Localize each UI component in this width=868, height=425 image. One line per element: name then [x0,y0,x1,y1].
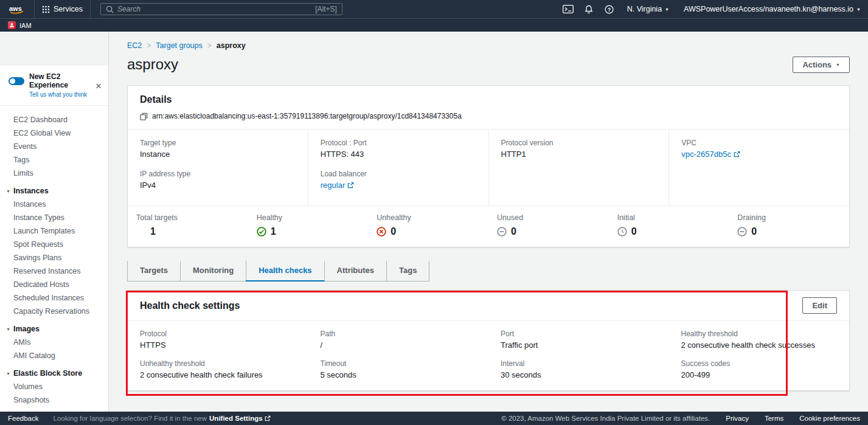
stat-draining: Draining 0 [729,213,849,237]
health-check-section: Health check settings Edit Protocol HTTP… [127,290,850,391]
external-link-icon [734,151,740,157]
health-check-panel: Health check settings Edit Protocol HTTP… [127,290,850,391]
target-status-summary: Total targets 1 Healthy 1 Unhealthy [128,206,849,247]
cloudshell-terminal-icon [563,5,574,13]
search-input[interactable] [117,5,311,13]
top-navigation-bar: aws Services [Alt+S] [0,0,868,18]
sidebar-item-reserved-instances[interactable]: Reserved Instances [0,264,108,278]
sidebar-item-amis[interactable]: AMIs [0,336,108,349]
search-icon [106,5,114,13]
field-hc-path: Path / [308,321,489,352]
close-icon[interactable]: × [95,80,102,91]
privacy-link[interactable]: Privacy [726,415,749,422]
field-hc-healthy-threshold: Healthy threshold 2 consecutive health c… [669,321,850,352]
tab-monitoring[interactable]: Monitoring [180,261,246,281]
feedback-link[interactable]: Feedback [8,415,39,422]
edit-button[interactable]: Edit [802,297,837,314]
chevron-down-icon: ▼ [6,327,10,331]
external-link-icon [347,182,354,188]
terms-link[interactable]: Terms [765,415,783,422]
field-hc-interval: Interval 30 seconds [488,352,669,390]
chevron-down-icon: ▼ [856,7,861,12]
sidebar-section-instances[interactable]: ▼Instances [0,180,108,198]
load-balancer-link[interactable]: regular [321,181,354,190]
details-grid: Target type Instance IP address type IPv… [128,129,849,206]
unified-settings-link[interactable]: Unified Settings [209,415,271,422]
field-target-type: Target type Instance [140,139,296,159]
notifications-button[interactable] [578,0,599,18]
chevron-down-icon: ▼ [6,189,10,193]
sidebar-item-scheduled-instances[interactable]: Scheduled Instances [0,291,108,305]
sidebar-nav: EC2 Dashboard EC2 Global View Events Tag… [0,106,108,407]
tab-attributes[interactable]: Attributes [324,261,386,281]
sidebar-item-capacity-reservations[interactable]: Capacity Reservations [0,305,108,318]
sidebar-item-dedicated-hosts[interactable]: Dedicated Hosts [0,278,108,291]
copy-arn-button[interactable] [140,112,148,120]
field-protocol-port: Protocol : Port HTTPS: 443 [321,139,476,159]
region-selector[interactable]: N. Virginia ▼ [620,0,676,18]
health-check-row-1: Protocol HTTPS Path / Port Traffic port … [128,321,849,352]
field-vpc: VPC vpc-2657db5c [681,139,837,159]
account-label: AWSPowerUserAccess/navaneeth.kn@harness.… [684,5,853,13]
clock-circle-icon [617,227,627,237]
field-hc-timeout: Timeout 5 seconds [308,352,489,390]
tab-health-checks[interactable]: Health checks [246,261,324,281]
cookie-preferences-link[interactable]: Cookie preferences [799,415,860,422]
console-footer: Feedback Looking for language selection?… [0,412,868,425]
sidebar-item-savings-plans[interactable]: Savings Plans [0,251,108,264]
sidebar-section-images[interactable]: ▼Images [0,318,108,336]
sidebar-item-volumes[interactable]: Volumes [0,380,108,393]
breadcrumb-ec2[interactable]: EC2 [127,41,142,50]
sidebar-section-elastic-block-store[interactable]: ▼Elastic Block Store [0,362,108,380]
svg-text:aws: aws [9,5,22,12]
new-experience-toggle[interactable] [9,77,24,85]
bell-icon [585,5,593,14]
external-link-icon [265,415,271,421]
service-name-label[interactable]: IAM [19,22,32,29]
check-circle-icon [257,227,266,237]
minus-circle-icon [737,227,747,237]
tab-targets[interactable]: Targets [127,261,180,281]
breadcrumb-current: asproxy [217,41,246,50]
cloudshell-button[interactable] [558,0,578,18]
sidebar-spacer [0,32,108,66]
svg-text:?: ? [608,6,611,12]
sidebar-item-spot-requests[interactable]: Spot Requests [0,238,108,251]
copy-icon [140,112,148,120]
target-group-arn: arn:aws:elasticloadbalancing:us-east-1:3… [152,112,462,120]
breadcrumb-separator: > [147,41,151,50]
new-experience-feedback-link[interactable]: Tell us what you think [29,91,101,98]
sidebar-item-limits[interactable]: Limits [0,167,108,180]
sidebar-item-tags[interactable]: Tags [0,153,108,167]
sidebar-item-ec2-global-view[interactable]: EC2 Global View [0,126,108,140]
field-hc-success-codes: Success codes 200-499 [669,352,850,390]
chevron-down-icon: ▼ [836,63,840,67]
vpc-link[interactable]: vpc-2657db5c [681,150,740,159]
help-button[interactable]: ? [599,0,620,18]
breadcrumb-target-groups[interactable]: Target groups [156,41,202,50]
services-menu[interactable]: Services [35,0,90,18]
global-search[interactable]: [Alt+S] [100,3,342,15]
ec2-sidebar: New EC2 Experience Tell us what you thin… [0,32,109,412]
stat-unused: Unused 0 [488,213,609,237]
account-menu[interactable]: AWSPowerUserAccess/navaneeth.kn@harness.… [676,0,868,18]
sidebar-item-instances[interactable]: Instances [0,198,108,211]
sidebar-item-ec2-dashboard[interactable]: EC2 Dashboard [0,113,108,126]
aws-logo[interactable]: aws [0,4,34,15]
sidebar-item-instance-types[interactable]: Instance Types [0,211,108,224]
sidebar-item-snapshots[interactable]: Snapshots [0,393,108,407]
sidebar-item-ami-catalog[interactable]: AMI Catalog [0,349,108,362]
actions-button[interactable]: Actions ▼ [793,57,850,73]
divider [90,0,91,18]
tab-tags[interactable]: Tags [386,261,429,281]
iam-service-icon [8,21,16,29]
aws-logo-icon: aws [8,4,26,15]
sidebar-item-events[interactable]: Events [0,140,108,153]
question-circle-icon: ? [605,5,614,14]
field-load-balancer: Load balancer regular [321,170,476,190]
services-label: Services [54,5,83,13]
field-ip-address-type: IP address type IPv4 [140,170,296,190]
sidebar-item-launch-templates[interactable]: Launch Templates [0,224,108,238]
search-shortcut-hint: [Alt+S] [315,5,337,13]
field-hc-port: Port Traffic port [488,321,669,352]
